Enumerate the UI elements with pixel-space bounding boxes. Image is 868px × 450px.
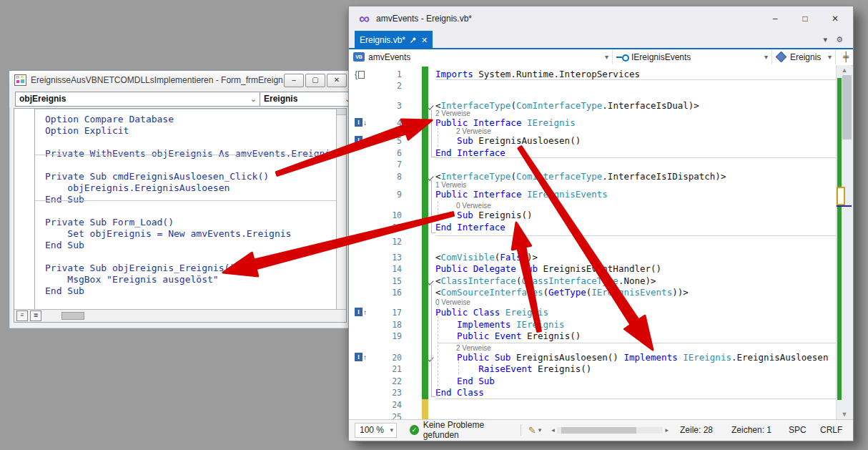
vs-code-editor[interactable]: ▲ ▼ 1Imports System.Runtime.InteropServi… (349, 65, 852, 419)
vba-code-area[interactable]: Option Compare DatabaseOption ExplicitPr… (14, 109, 346, 322)
code-line: <ClassInterface(ClassInterfaceType.None)… (435, 275, 656, 286)
code-line: End Interface (435, 147, 505, 158)
vba-minimize-button[interactable]: – (284, 74, 304, 87)
interface-icon (616, 53, 628, 62)
vba-code-line: End Sub (45, 240, 84, 250)
implemented-down-icon[interactable]: I↓ (355, 136, 367, 145)
vba-object-combobox[interactable]: objEreignis ⌄ (15, 92, 260, 107)
status-line-ending[interactable]: CRLF (820, 425, 853, 435)
line-number: 9 (378, 190, 402, 200)
code-line: <ComSourceInterfaces(GetType(IEreignisEv… (435, 287, 689, 298)
implements-up-icon[interactable]: I↑ (355, 353, 367, 361)
vba-code-line: Private Sub Form_Load() (45, 217, 174, 228)
vba-code-pane[interactable]: Option Compare DatabaseOption ExplicitPr… (14, 108, 347, 323)
procedure-view-button[interactable]: ≡ (16, 310, 28, 321)
codelens-references[interactable]: 2 Verweise (456, 127, 491, 135)
line-number: 22 (378, 376, 402, 386)
zoom-level-dropdown[interactable]: 100 % ▾ (355, 423, 397, 438)
scrollbar-down-arrow-icon[interactable]: ▼ (837, 411, 852, 418)
code-line: Public Event Ereignis() (435, 331, 581, 341)
procedure-separator (438, 343, 836, 343)
nav-member-dropdown[interactable]: Ereignis ▾ (771, 49, 836, 64)
code-line: <InterfaceType(ComInterfaceType.Interfac… (435, 171, 726, 182)
vba-vertical-scrollbar[interactable] (336, 109, 346, 309)
scrollbar-thumb[interactable] (842, 75, 852, 140)
vs-close-button[interactable]: ✕ (820, 9, 850, 28)
codelens-references[interactable]: 0 Verweise (435, 298, 470, 306)
chevron-down-icon[interactable]: ⌄ (250, 92, 257, 105)
line-number: 17 (378, 308, 402, 318)
full-module-view-button[interactable]: ≣ (30, 310, 41, 321)
status-spaces-mode[interactable]: SPC (789, 425, 820, 435)
vba-window-title: EreignisseAusVBNETCOMDLLsImplementieren … (31, 75, 284, 85)
implemented-down-icon[interactable]: I↓ (355, 118, 367, 127)
vba-code-line: Private Sub objEreignis_Ereignis() (45, 263, 235, 273)
vba-code-line: Option Explicit (45, 125, 129, 136)
line-number: 24 (378, 400, 402, 410)
vba-titlebar[interactable]: EreignisseAusVBNETCOMDLLsImplementieren … (9, 71, 351, 90)
vs-titlebar[interactable]: ∞ amvEvents - Ereignis.vb* – □ ✕ (349, 6, 853, 31)
vba-split-box[interactable] (337, 109, 346, 115)
procedure-separator (35, 155, 341, 155)
vba-combo-row: objEreignis ⌄ Ereignis ⌄ (9, 89, 351, 108)
nav-project-dropdown[interactable]: VB amvEvents ▾ (349, 49, 613, 64)
scrollbar-up-arrow-icon[interactable]: ▲ (837, 67, 852, 74)
codelens-references[interactable]: 0 Verweise (456, 202, 491, 210)
problems-status-text[interactable]: Keine Probleme gefunden (423, 420, 513, 440)
vs-maximize-button[interactable]: □ (790, 9, 820, 28)
code-line: Public Interface IEreignis (435, 117, 576, 128)
indent-guide (438, 121, 438, 147)
gear-icon[interactable]: ⚙ (836, 35, 843, 44)
code-line: End Interface (435, 222, 505, 233)
nav-member-value: Ereignis (790, 52, 821, 62)
codelens-references[interactable]: 2 Verweise (435, 109, 470, 117)
chevron-down-icon[interactable]: ▾ (605, 53, 608, 61)
code-line: Imports System.Runtime.InteropServices (435, 69, 640, 79)
editor-horizontal-scrollbar[interactable]: ◂ ▸ (551, 426, 669, 435)
line-number: 12 (378, 237, 402, 247)
code-cleanup-pen-icon[interactable]: ✎ (528, 425, 536, 436)
tab-ereignis-vb[interactable]: Ereignis.vb* ✕ (355, 31, 433, 49)
line-number: 11 (378, 222, 402, 233)
vba-close-button[interactable]: ✕ (327, 74, 347, 87)
vs-navigation-bar: VB amvEvents ▾ IEreignisEvents ▾ Ereigni… (349, 49, 853, 66)
line-number: 20 (378, 353, 402, 363)
code-line: Sub Ereignis() (435, 210, 532, 220)
line-number: 6 (378, 148, 402, 158)
scroll-annotation-caret-changes (837, 187, 845, 205)
vba-maximize-button[interactable]: ▢ (305, 74, 325, 87)
nav-type-dropdown[interactable]: IEreignisEvents ▾ (612, 49, 772, 64)
vba-horizontal-scrollbar-thumb[interactable] (61, 312, 84, 320)
fold-region-line (431, 285, 435, 397)
tab-list-chevron-icon[interactable]: ▾ (823, 35, 827, 44)
scrollbar-left-arrow-icon[interactable]: ◂ (551, 426, 555, 434)
scrollbar-right-arrow-icon[interactable]: ▸ (665, 426, 669, 434)
chevron-down-icon[interactable]: ▾ (828, 53, 832, 61)
vba-form-icon (14, 74, 26, 86)
tab-close-icon[interactable]: ✕ (421, 36, 428, 45)
chevron-down-icon[interactable]: ▾ (390, 424, 393, 436)
codelens-references[interactable]: 1 Verweis (435, 181, 466, 189)
codelens-references[interactable]: 2 Verweise (456, 344, 491, 352)
chevron-down-icon[interactable]: ▾ (538, 426, 542, 434)
horizontal-scrollbar-thumb[interactable] (561, 427, 636, 434)
vba-procedure-combobox-value: Ereignis (264, 94, 297, 104)
vba-code-line: Set objEreignis = New amvEvents.Ereignis (45, 228, 291, 239)
pin-icon[interactable] (410, 36, 417, 44)
fold-region-line (431, 180, 435, 233)
line-number: 25 (378, 412, 402, 419)
code-line: End Class (435, 387, 484, 398)
implements-up-icon[interactable]: I↑ (355, 308, 367, 316)
class-icon (776, 52, 787, 63)
vs-vertical-scrollbar[interactable]: ▲ ▼ (836, 65, 852, 419)
procedure-separator (435, 157, 836, 158)
split-editor-icon[interactable]: ╪ (843, 52, 849, 62)
chevron-down-icon[interactable]: ▾ (764, 53, 768, 61)
line-number: 16 (378, 288, 402, 298)
tab-label: Ereignis.vb* (360, 35, 405, 45)
vs-minimize-button[interactable]: – (760, 9, 790, 28)
line-number: 21 (378, 364, 402, 374)
code-line: Public Class Ereignis (435, 307, 548, 318)
vba-procedure-combobox[interactable]: Ereignis ⌄ (260, 92, 355, 107)
code-line: <ComVisible(False)> (435, 252, 538, 263)
